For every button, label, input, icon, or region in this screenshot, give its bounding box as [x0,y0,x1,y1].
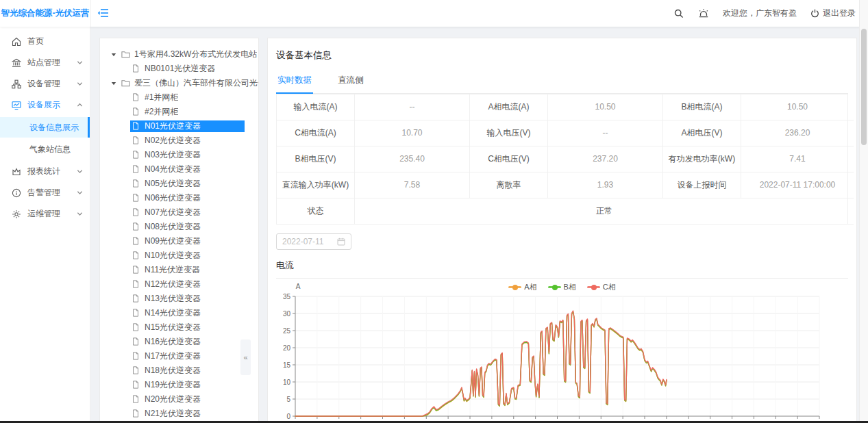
tree-device-node[interactable]: N18光伏逆变器 [130,365,245,376]
tree-device-node[interactable]: N05光伏逆变器 [130,178,245,190]
file-icon [132,280,140,289]
search-icon[interactable] [673,8,684,19]
vertical-scrollbar[interactable] [859,0,868,421]
logout-power-icon [810,9,819,18]
top-header: 智光综合能源-光伏运营 欢迎您，广东智有盈 退出登录 [0,0,868,27]
tree-device-node[interactable]: N10光伏逆变器 [130,250,245,261]
tree-device-node[interactable]: N15光伏逆变器 [130,322,245,333]
sidebar-item-label: 运维管理 [27,208,60,220]
info-value: 2022-07-11 17:00:00 [741,172,854,198]
tree-device-name: N17光伏逆变器 [145,350,201,362]
file-icon [132,409,140,418]
info-value: 10.50 [548,94,663,120]
tree-device-node[interactable]: #2并网柜 [130,106,245,118]
tree-device-row: NB0101光伏逆变器 [100,62,258,76]
info-label: 直流输入功率(kW) [277,172,355,198]
tree-device-node[interactable]: NB0101光伏逆变器 [130,63,245,75]
sidebar-item-label: 首页 [27,36,44,47]
tree-device-name: N12光伏逆变器 [145,279,201,290]
tree-device-name: N07光伏逆变器 [145,207,201,218]
tree-device-name: NB0101光伏逆变器 [145,63,215,75]
tree-device-node[interactable]: N17光伏逆变器 [130,350,245,362]
alert-icon [12,188,21,198]
info-label: 有功发电功率(kW) [663,146,741,172]
legend-item-B相[interactable]: B相 [548,282,576,292]
tree-device-name: N02光伏逆变器 [145,135,201,146]
chart-title: 电流 [276,259,856,272]
sidebar-item-report[interactable]: 报表统计 [0,161,90,182]
scrollbar-thumb[interactable] [861,29,867,145]
tree-device-name: N16光伏逆变器 [145,336,201,348]
tree-device-row: N01光伏逆变器 [100,119,258,133]
file-icon [132,107,140,116]
file-icon [132,237,140,246]
tree-device-node[interactable]: N14光伏逆变器 [130,307,245,319]
tree-device-name: N03光伏逆变器 [145,149,201,161]
tree-device-node[interactable]: N09光伏逆变器 [130,235,245,247]
info-label: C相电流(A) [277,120,355,146]
sidebar-item-bank[interactable]: 站点管理 [0,52,90,73]
tree-device-node[interactable]: N04光伏逆变器 [130,164,245,175]
tree-device-row: N09光伏逆变器 [100,234,258,248]
tree-station-node[interactable]: 1号家用4.32kW分布式光伏发电站 [100,47,258,62]
legend-marker [548,284,561,290]
tab-dc-side[interactable]: 直流侧 [336,68,365,93]
sidebar-item-label: 设备管理 [27,78,60,90]
svg-text:20: 20 [283,344,291,352]
tree-device-row: #2并网柜 [100,105,258,119]
info-value: 7.41 [741,146,854,172]
device-tree-panel: 1号家用4.32kW分布式光伏发电站NB0101光伏逆变器爱三（佛山）汽车部件有… [99,38,259,421]
sidebar-item-cluster[interactable]: 设备管理 [0,73,90,94]
tree-device-node[interactable]: N20光伏逆变器 [130,394,245,405]
file-icon [132,151,140,159]
tree-device-node[interactable]: N21光伏逆变器 [130,408,245,420]
tree-device-node[interactable]: N07光伏逆变器 [130,207,245,218]
tree-device-name: N14光伏逆变器 [145,307,201,319]
sidebar-item-home[interactable]: 首页 [0,31,90,52]
file-icon [132,366,140,375]
tree-device-node[interactable]: N08光伏逆变器 [130,221,245,233]
tree-station-node[interactable]: 爱三（佛山）汽车部件有限公司光伏发 [100,76,258,90]
tree-device-node[interactable]: N06光伏逆变器 [130,192,245,204]
tree-device-node[interactable]: N01光伏逆变器 [130,120,245,132]
tree-device-node[interactable]: N11光伏逆变器 [130,264,245,276]
tree-device-row: N19光伏逆变器 [100,378,258,392]
calendar-icon [337,238,345,246]
sidebar-subitem[interactable]: 气象站信息 [0,139,90,159]
info-label: 设备上报时间 [663,172,741,198]
date-picker[interactable] [276,233,351,250]
tree-device-row: N11光伏逆变器 [100,263,258,277]
file-icon [132,266,140,274]
tree-device-name: N13光伏逆变器 [145,293,201,305]
caret-down-icon [111,52,116,57]
tree-device-node[interactable]: #1并网柜 [130,92,245,103]
tree-device-node[interactable]: N03光伏逆变器 [130,149,245,161]
tree-device-row: N13光伏逆变器 [100,292,258,306]
legend-item-A相[interactable]: A相 [508,282,536,292]
tree-collapse-handle[interactable]: « [240,339,251,375]
svg-text:10: 10 [283,379,291,386]
tab-realtime-data[interactable]: 实时数据 [276,68,313,94]
info-label: A相电压(V) [663,120,741,146]
info-label: B相电流(A) [663,94,741,120]
tree-device-node[interactable]: N19光伏逆变器 [130,379,245,391]
tree-device-node[interactable]: N16光伏逆变器 [130,336,245,348]
sidebar-item-alert[interactable]: 告警管理 [0,182,90,203]
tree-device-row: N03光伏逆变器 [100,148,258,162]
sidebar-subitem[interactable]: 设备信息展示 [0,117,90,138]
tree-device-row: N07光伏逆变器 [100,205,258,220]
sidebar-item-monitor[interactable]: 设备展示 [0,94,90,116]
tree-device-node[interactable]: N12光伏逆变器 [130,279,245,290]
date-picker-input[interactable] [282,237,332,246]
sidebar-item-ops[interactable]: 运维管理 [0,203,90,225]
menu-fold-icon[interactable] [97,7,110,19]
sidebar-item-label: 站点管理 [27,57,60,68]
logout-button[interactable]: 退出登录 [810,8,856,19]
device-info-table: 输入电流(A)--A相电流(A)10.50B相电流(A)10.50C相电流(A)… [276,94,848,225]
alarm-icon[interactable] [698,8,709,19]
tree-device-node[interactable]: N13光伏逆变器 [130,293,245,305]
chevron-down-icon [77,168,83,175]
legend-item-C相[interactable]: C相 [587,282,616,292]
tree-device-row: N08光伏逆变器 [100,220,258,234]
tree-device-node[interactable]: N02光伏逆变器 [130,135,245,146]
